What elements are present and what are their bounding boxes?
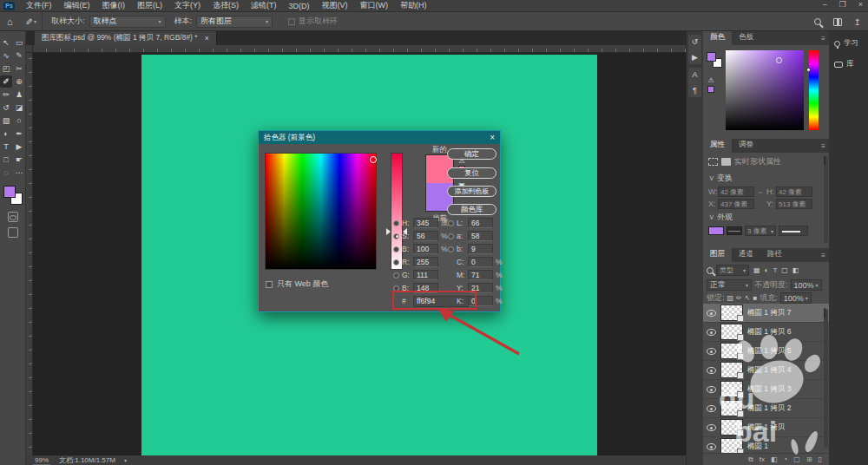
menu-help[interactable]: 帮助(H) [394,0,433,11]
tab-close-icon[interactable]: × [205,34,209,43]
learn-panel-button[interactable]: 学习 [829,31,868,52]
r-input[interactable]: 255 [413,257,438,267]
tab-layers[interactable]: 图层 [703,247,732,262]
slider-handle-left[interactable] [386,228,391,235]
a-input[interactable]: 58 [468,231,493,241]
g-input[interactable]: 111 [413,270,438,280]
layer-name[interactable]: 椭圆 1 拷贝 3 [747,384,792,395]
stroke-style-select[interactable] [779,226,808,236]
h-input[interactable]: 345 [413,218,438,228]
layer-thumbnail[interactable] [720,419,743,436]
visibility-eye-icon[interactable] [707,424,716,431]
crop-tool[interactable]: ◰ [0,62,12,75]
dodge-tool[interactable]: ◐ [0,128,12,140]
pen-tool[interactable]: ✒ [13,128,25,140]
status-chevron-icon[interactable]: ▾ [124,457,127,463]
menu-filter[interactable]: 滤镜(T) [245,0,283,11]
panel-menu-icon[interactable]: ≡ [821,142,825,150]
web-colors-only-checkbox[interactable]: 只有 Web 颜色 [266,278,328,290]
share-icon[interactable]: ↥ [854,17,861,27]
layer-name[interactable]: 椭圆 1 拷贝 5 [747,346,792,357]
layer-row[interactable]: 椭圆 1 拷贝 5 [703,342,829,361]
layer-name[interactable]: 椭圆 1 [747,442,768,452]
gamut-warning-icon[interactable]: ⚠ [707,76,713,84]
opacity-field[interactable]: 100%▾ [791,279,822,291]
lock-all-icon[interactable]: ■ [753,294,757,302]
blend-mode-select[interactable]: 正常▾ [707,279,752,291]
hand-tool[interactable]: ☛ [13,154,25,166]
slice-tool[interactable]: ✂ [13,62,25,75]
hue-strip-marker[interactable] [806,68,811,72]
lock-position-icon[interactable]: ↖ [745,294,751,302]
more-tools-button[interactable]: ⋯ [13,167,25,179]
tab-adjustments[interactable]: 调整 [732,138,760,153]
panel-menu-icon[interactable]: ≡ [821,252,825,259]
sample-size-select[interactable]: 取样点 ▾ [89,16,166,28]
color-field-marker[interactable] [370,156,377,163]
fill-field[interactable]: 100%▾ [780,292,812,304]
filter-smart-objects-icon[interactable]: ◧ [792,266,799,274]
g-radio[interactable] [393,272,399,278]
restore-button[interactable]: ❐ [839,0,846,9]
tab-properties[interactable]: 属性 [703,138,732,153]
visibility-eye-icon[interactable] [707,443,716,450]
r-radio[interactable] [393,259,399,265]
quick-mask-button[interactable] [8,212,18,222]
add-to-swatches-button[interactable]: 添加到色板 [447,186,496,197]
shape-tool[interactable]: □ [0,154,12,166]
eyedropper-tool[interactable]: ✐ [0,75,12,88]
layer-row[interactable]: 椭圆 1 拷贝 3 [703,380,829,399]
color-libraries-button[interactable]: 颜色库 [447,204,496,215]
stroke-width-field[interactable]: 3 像素▾ [745,226,776,236]
layer-thumbnail[interactable] [720,381,743,397]
menu-window[interactable]: 窗口(W) [354,0,395,11]
b-radio[interactable] [393,246,399,252]
dialog-close-icon[interactable]: × [490,133,495,142]
panel-fg-bg-swatches[interactable] [707,52,722,68]
move-tool[interactable]: ↖ [0,36,12,49]
close-button[interactable]: × [858,0,863,9]
layer-thumbnail[interactable] [720,438,743,453]
menu-view[interactable]: 视图(V) [316,0,354,11]
zoom-level-field[interactable]: 99% [33,456,50,465]
link-dimensions-icon[interactable]: ⇔ [757,188,764,196]
color-panel-hue-strip[interactable] [809,50,819,130]
actions-panel-icon[interactable]: ▶ [692,53,698,62]
zoom-tool[interactable]: ◌ [0,167,12,179]
search-icon[interactable] [814,18,821,25]
layer-name[interactable]: 椭圆 1 拷贝 [747,422,785,433]
layer-name[interactable]: 椭圆 1 拷贝 7 [747,308,792,318]
layer-row[interactable]: 椭圆 1 拷贝 7 [703,304,829,323]
lock-image-pixels-icon[interactable]: ✏ [736,294,742,302]
stroke-color-swatch[interactable] [727,226,742,235]
layer-thumbnail[interactable] [720,305,743,321]
l-radio[interactable] [448,220,454,226]
h-radio[interactable] [393,220,399,226]
filter-adjustment-layers-icon[interactable]: ◐ [765,266,769,274]
a-radio[interactable] [448,233,454,239]
tab-swatches[interactable]: 色板 [732,30,760,45]
screen-mode-button[interactable] [8,227,18,238]
layer-thumbnail[interactable] [720,343,743,359]
paragraph-panel-icon[interactable]: ¶ [693,86,697,95]
menu-file[interactable]: 文件(F) [20,0,58,11]
type-tool[interactable]: T [0,141,12,153]
document-tab[interactable]: 图库图标.psd @ 99% (椭圆 1 拷贝 7, RGB/8#) * × [35,31,217,45]
layer-row[interactable]: 椭圆 1 拷贝 6 [703,323,829,342]
s-input[interactable]: 56 [413,231,438,241]
y-field[interactable]: 513 像素 [776,199,812,209]
layer-thumbnail[interactable] [720,324,743,340]
x-field[interactable]: 437 像素 [718,199,754,209]
visibility-eye-icon[interactable] [707,367,716,374]
minimize-button[interactable]: – [823,0,827,9]
workspace-icon[interactable] [833,18,842,26]
ok-button[interactable]: 确定 [447,148,496,160]
width-field[interactable]: 42 像素 [718,187,754,197]
lock-transparent-pixels-icon[interactable]: ▨ [727,294,734,302]
character-panel-icon[interactable]: A [692,70,697,79]
gradient-tool[interactable]: ▧ [0,115,12,127]
tab-channels[interactable]: 通道 [732,247,760,262]
history-brush-tool[interactable]: ↺ [0,102,12,114]
dialog-title-bar[interactable]: 拾色器 (前景色) × [259,131,500,144]
visibility-eye-icon[interactable] [707,329,716,336]
